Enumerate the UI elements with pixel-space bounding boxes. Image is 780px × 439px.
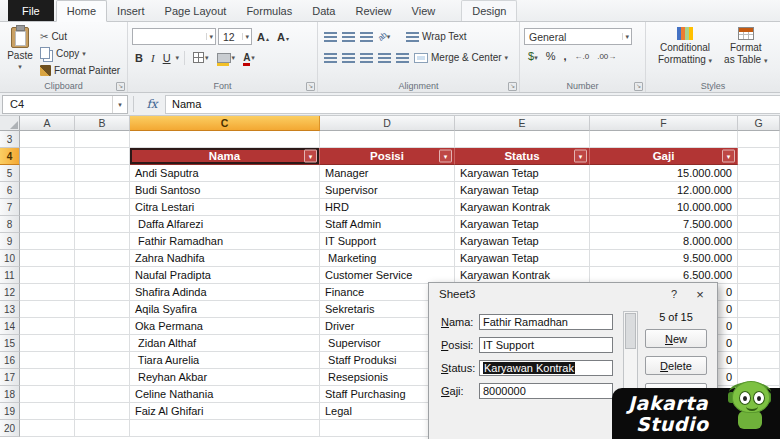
cell-C5[interactable]: Andi Saputra (130, 165, 320, 182)
column-header-d[interactable]: D (320, 116, 455, 131)
cell-C13[interactable]: Aqila Syafira (130, 301, 320, 318)
filter-icon-posisi[interactable] (439, 150, 452, 163)
row-header-6[interactable]: 6 (0, 182, 20, 199)
cell-G8[interactable] (738, 216, 780, 233)
align-right-button[interactable] (358, 49, 374, 66)
accounting-format-button[interactable]: $ (528, 50, 538, 62)
row-header-16[interactable]: 16 (0, 352, 20, 369)
cell-E8[interactable]: Karyawan Tetap (455, 216, 590, 233)
form-input-posisi[interactable]: IT Support (479, 337, 613, 353)
increase-decimal-button[interactable] (574, 52, 589, 61)
cell-G5[interactable] (738, 165, 780, 182)
row-header-8[interactable]: 8 (0, 216, 20, 233)
column-header-e[interactable]: E (455, 116, 590, 131)
row-header-9[interactable]: 9 (0, 233, 20, 250)
delete-button[interactable]: Delete (645, 356, 707, 375)
cell-B16[interactable] (75, 352, 130, 369)
cell-F3[interactable] (590, 131, 738, 148)
cell-C18[interactable]: Celine Nathania (130, 386, 320, 403)
bold-button[interactable]: B (132, 49, 146, 66)
cell-F10[interactable]: 9.500.000 (590, 250, 738, 267)
align-left-button[interactable] (322, 49, 338, 66)
cell-C6[interactable]: Budi Santoso (130, 182, 320, 199)
dialog-title-bar[interactable]: Sheet3 ? × (429, 283, 717, 305)
font-dialog-launcher-icon[interactable] (306, 82, 315, 91)
row-header-13[interactable]: 13 (0, 301, 20, 318)
cell-A20[interactable] (20, 420, 75, 437)
cell-C11[interactable]: Naufal Pradipta (130, 267, 320, 284)
row-header-3[interactable]: 3 (0, 131, 20, 148)
cell-A8[interactable] (20, 216, 75, 233)
borders-button[interactable] (190, 49, 212, 66)
cell-A9[interactable] (20, 233, 75, 250)
number-dialog-launcher-icon[interactable] (634, 82, 643, 91)
cell-D5[interactable]: Manager (320, 165, 455, 182)
cell-B10[interactable] (75, 250, 130, 267)
row-header-15[interactable]: 15 (0, 335, 20, 352)
tab-home[interactable]: Home (56, 0, 107, 22)
name-box-dropdown-icon[interactable] (112, 96, 127, 113)
cell-C20[interactable] (130, 420, 320, 437)
row-header-10[interactable]: 10 (0, 250, 20, 267)
format-as-table-button[interactable]: Format as Table (720, 25, 771, 67)
filter-icon-nama[interactable] (304, 150, 317, 163)
cell-B4[interactable] (75, 148, 130, 165)
cell-A11[interactable] (20, 267, 75, 284)
cell-C3[interactable] (130, 131, 320, 148)
tab-file[interactable]: File (8, 0, 54, 21)
cell-C15[interactable]: Zidan Althaf (130, 335, 320, 352)
form-input-gaji[interactable]: 8000000 (479, 383, 613, 399)
cell-C14[interactable]: Oka Permana (130, 318, 320, 335)
cell-F5[interactable]: 15.000.000 (590, 165, 738, 182)
column-header-c[interactable]: C (130, 116, 320, 131)
cell-B5[interactable] (75, 165, 130, 182)
cell-B18[interactable] (75, 386, 130, 403)
tab-view[interactable]: View (402, 1, 446, 21)
cell-B12[interactable] (75, 284, 130, 301)
insert-function-button[interactable]: fx (139, 97, 165, 111)
column-header-f[interactable]: F (590, 116, 738, 131)
cell-B19[interactable] (75, 403, 130, 420)
tab-data[interactable]: Data (302, 1, 345, 21)
cell-E5[interactable]: Karyawan Tetap (455, 165, 590, 182)
row-header-19[interactable]: 19 (0, 403, 20, 420)
cell-A7[interactable] (20, 199, 75, 216)
filter-icon-status[interactable] (574, 150, 587, 163)
column-header-b[interactable]: B (75, 116, 130, 131)
dialog-close-button[interactable]: × (687, 287, 713, 302)
name-box[interactable]: C4 (2, 95, 128, 114)
cell-G4[interactable] (738, 148, 780, 165)
align-top-button[interactable] (322, 28, 338, 45)
cell-E7[interactable]: Karyawan Kontrak (455, 199, 590, 216)
cell-B14[interactable] (75, 318, 130, 335)
font-color-button[interactable] (240, 49, 258, 66)
cell-B11[interactable] (75, 267, 130, 284)
cell-A14[interactable] (20, 318, 75, 335)
cell-G3[interactable] (738, 131, 780, 148)
cell-A16[interactable] (20, 352, 75, 369)
cell-A4[interactable] (20, 148, 75, 165)
tab-design[interactable]: Design (461, 0, 517, 21)
row-header-12[interactable]: 12 (0, 284, 20, 301)
cell-D3[interactable] (320, 131, 455, 148)
comma-style-button[interactable]: , (563, 50, 566, 62)
form-input-status[interactable]: Karyawan Kontrak (479, 360, 613, 376)
cell-G11[interactable] (738, 267, 780, 284)
cell-B9[interactable] (75, 233, 130, 250)
cell-B8[interactable] (75, 216, 130, 233)
form-input-nama[interactable]: Fathir Ramadhan (479, 314, 613, 330)
cell-G6[interactable] (738, 182, 780, 199)
cell-B17[interactable] (75, 369, 130, 386)
cell-G9[interactable] (738, 233, 780, 250)
cell-A18[interactable] (20, 386, 75, 403)
row-header-5[interactable]: 5 (0, 165, 20, 182)
row-header-7[interactable]: 7 (0, 199, 20, 216)
italic-button[interactable]: I (148, 49, 158, 66)
decrease-decimal-button[interactable] (597, 52, 616, 61)
cell-E6[interactable]: Karyawan Tetap (455, 182, 590, 199)
percent-style-button[interactable]: % (546, 50, 556, 62)
cell-A17[interactable] (20, 369, 75, 386)
row-header-18[interactable]: 18 (0, 386, 20, 403)
table-header-cell-posisi[interactable]: Posisi (320, 148, 455, 165)
merge-center-button[interactable]: Merge & Center (412, 52, 510, 63)
